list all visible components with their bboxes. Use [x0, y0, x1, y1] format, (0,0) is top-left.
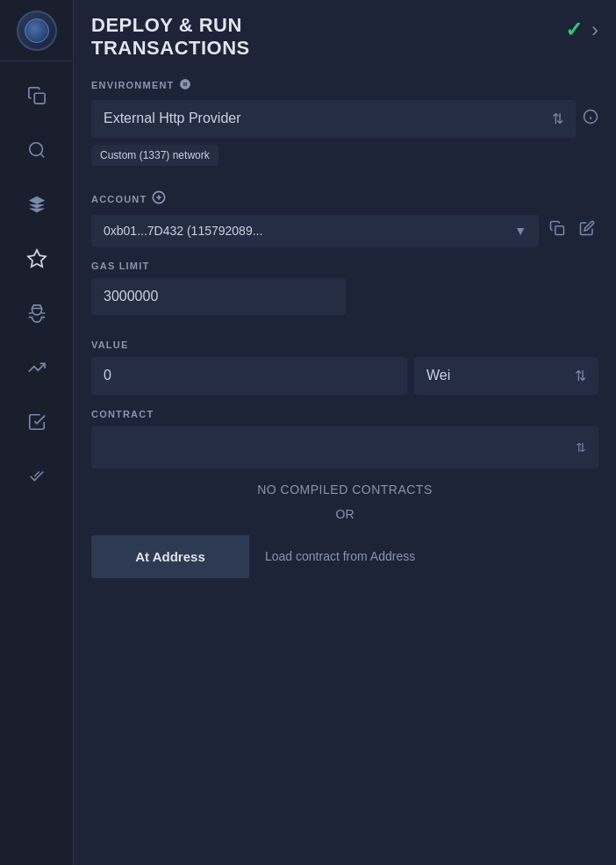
unit-value: Wei	[426, 368, 450, 383]
info-icon[interactable]	[583, 109, 598, 129]
select-arrows-icon: ⇅	[552, 111, 563, 127]
environment-row: External Http Provider ⇅	[91, 100, 598, 138]
svg-rect-0	[34, 93, 45, 104]
account-select-arrow-icon: ▼	[514, 224, 526, 238]
gas-limit-label: GAS LIMIT	[91, 261, 598, 271]
contract-section: CONTRACT ⇅	[91, 409, 598, 468]
no-contracts-message: NO COMPILED CONTRACTS OR	[91, 483, 598, 521]
sidebar-item-check2[interactable]	[13, 453, 61, 500]
edit-account-icon[interactable]	[576, 217, 598, 244]
value-label: VALUE	[91, 340, 598, 350]
environment-value: External Http Provider	[104, 111, 241, 126]
header-icons: ✓ ›	[565, 18, 598, 42]
panel-title: DEPLOY & RUN TRANSACTIONS	[91, 14, 250, 61]
load-contract-button[interactable]: Load contract from Address	[249, 535, 598, 578]
contract-select-arrows-icon: ⇅	[576, 440, 586, 454]
value-input[interactable]	[91, 357, 407, 395]
deploy-icon	[26, 248, 47, 269]
checkmark-badge-icon	[27, 412, 47, 432]
value-section: VALUE Wei ⇅	[91, 340, 598, 395]
account-label: ACCOUNT	[91, 190, 598, 208]
sidebar-logo	[0, 0, 74, 61]
copy-account-icon[interactable]	[546, 217, 569, 244]
main-panel: DEPLOY & RUN TRANSACTIONS ✓ › ENVIRONMEN…	[74, 0, 616, 865]
sidebar-item-solidity[interactable]	[13, 181, 61, 228]
sidebar-item-debug[interactable]	[13, 290, 61, 337]
environment-section: ENVIRONMENT External Http Provider ⇅	[91, 78, 598, 180]
panel-header: DEPLOY & RUN TRANSACTIONS ✓ ›	[91, 14, 598, 61]
check2-icon	[27, 467, 47, 486]
success-check-icon: ✓	[565, 18, 583, 42]
svg-rect-10	[555, 226, 564, 235]
add-account-icon[interactable]	[152, 190, 166, 208]
gas-limit-section: GAS LIMIT	[91, 261, 598, 329]
contract-select[interactable]: ⇅	[91, 426, 598, 468]
bottom-button-row: At Address Load contract from Address	[91, 535, 598, 578]
account-actions	[546, 217, 598, 244]
value-row: Wei ⇅	[91, 357, 598, 395]
sidebar	[0, 0, 74, 865]
network-badge: Custom (1337) network	[91, 145, 598, 180]
svg-line-2	[40, 154, 44, 157]
svg-point-1	[29, 143, 42, 156]
unit-arrows-icon: ⇅	[575, 368, 586, 384]
account-select[interactable]: 0xb01...7D432 (115792089... ▼	[91, 215, 539, 247]
chevron-right-icon[interactable]: ›	[591, 18, 598, 42]
or-text: OR	[91, 507, 598, 521]
sidebar-item-analytics[interactable]	[13, 344, 61, 391]
svg-marker-3	[28, 250, 46, 267]
account-row: 0xb01...7D432 (115792089... ▼	[91, 215, 598, 247]
no-contracts-text: NO COMPILED CONTRACTS	[91, 483, 598, 497]
remix-logo-icon	[17, 11, 57, 51]
sidebar-item-search[interactable]	[13, 126, 61, 174]
account-value: 0xb01...7D432 (115792089...	[104, 224, 262, 238]
environment-select[interactable]: External Http Provider ⇅	[91, 100, 576, 138]
sidebar-item-file-explorer[interactable]	[13, 72, 61, 119]
sidebar-item-verify[interactable]	[13, 398, 61, 446]
at-address-button[interactable]: At Address	[91, 535, 249, 578]
plugin-icon	[179, 78, 191, 93]
title-line2: TRANSACTIONS	[91, 37, 250, 60]
account-section: ACCOUNT 0xb01...7D432 (115792089... ▼	[91, 190, 598, 247]
solidity-icon	[27, 195, 47, 214]
unit-select[interactable]: Wei ⇅	[414, 357, 598, 395]
gas-limit-input[interactable]	[91, 278, 346, 315]
contract-label: CONTRACT	[91, 409, 598, 419]
search-icon	[27, 140, 47, 160]
bug-icon	[27, 304, 47, 323]
analytics-icon	[27, 358, 47, 377]
sidebar-item-deploy[interactable]	[13, 235, 61, 282]
environment-label: ENVIRONMENT	[91, 78, 598, 93]
title-line1: DEPLOY & RUN	[91, 14, 250, 37]
copy-icon	[27, 86, 47, 105]
